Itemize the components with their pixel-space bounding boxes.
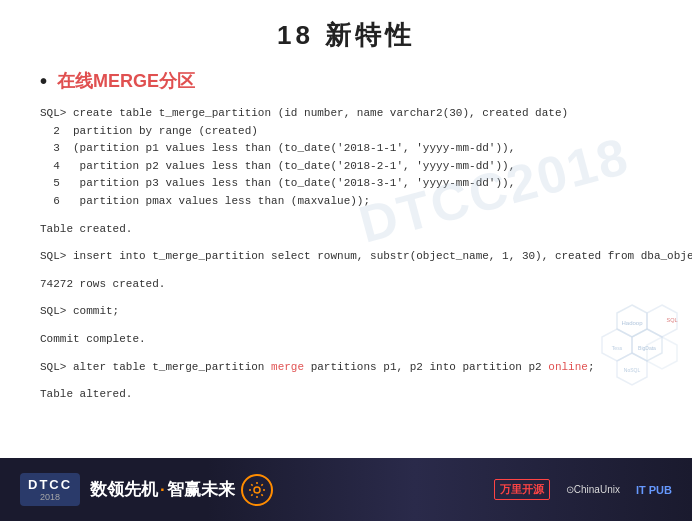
code-block-alter: SQL> alter table t_merge_partition merge… <box>40 359 652 377</box>
footer-slogan: 数领先机 · 智赢未来 <box>90 474 273 506</box>
result-table-created: Table created. <box>40 221 652 239</box>
code-block-commit: SQL> commit; <box>40 303 652 321</box>
gear-svg <box>248 481 266 499</box>
result-commit: Commit complete. <box>40 331 652 349</box>
logo-itpub: IT PUB <box>636 484 672 496</box>
dtcc-label: DTCC <box>28 477 72 492</box>
slogan-part1: 数领先机 <box>90 478 158 501</box>
bullet-icon: • <box>40 70 47 93</box>
keyword-merge: merge <box>271 361 304 373</box>
page-title: 18 新特性 <box>40 18 652 53</box>
section-heading: • 在线MERGE分区 <box>40 69 652 93</box>
alter-prefix: SQL> alter table t_merge_partition <box>40 361 271 373</box>
footer-left: DTCC 2018 数领先机 · 智赢未来 <box>20 473 273 506</box>
code-block-create: SQL> create table t_merge_partition (id … <box>40 105 652 211</box>
dtcc-year: 2018 <box>40 492 60 502</box>
code-block-insert: SQL> insert into t_merge_partition selec… <box>40 248 652 266</box>
slogan-separator: · <box>160 480 165 500</box>
section-title: 在线MERGE分区 <box>57 69 195 93</box>
svg-point-11 <box>254 487 260 493</box>
result-rows-created: 74272 rows created. <box>40 276 652 294</box>
alter-suffix: ; <box>588 361 595 373</box>
gear-icon <box>241 474 273 506</box>
main-content: DTCC2018 Hadoop BigData SQL Tess NoSQL 1… <box>0 0 692 458</box>
slogan-part2: 智赢未来 <box>167 478 235 501</box>
svg-text:SQL: SQL <box>666 317 677 323</box>
alter-middle: partitions p1, p2 into partition p2 <box>304 361 548 373</box>
result-table-altered: Table altered. <box>40 386 652 404</box>
logo-wanli: 万里开源 <box>494 479 550 500</box>
logo-chinaunix: ⊙ChinaUnix <box>566 484 620 495</box>
footer: DTCC 2018 数领先机 · 智赢未来 万里开源 ⊙ChinaUnix IT… <box>0 458 692 521</box>
keyword-online: online <box>548 361 588 373</box>
dtcc-logo: DTCC 2018 <box>20 473 80 506</box>
footer-right: 万里开源 ⊙ChinaUnix IT PUB <box>494 479 672 500</box>
